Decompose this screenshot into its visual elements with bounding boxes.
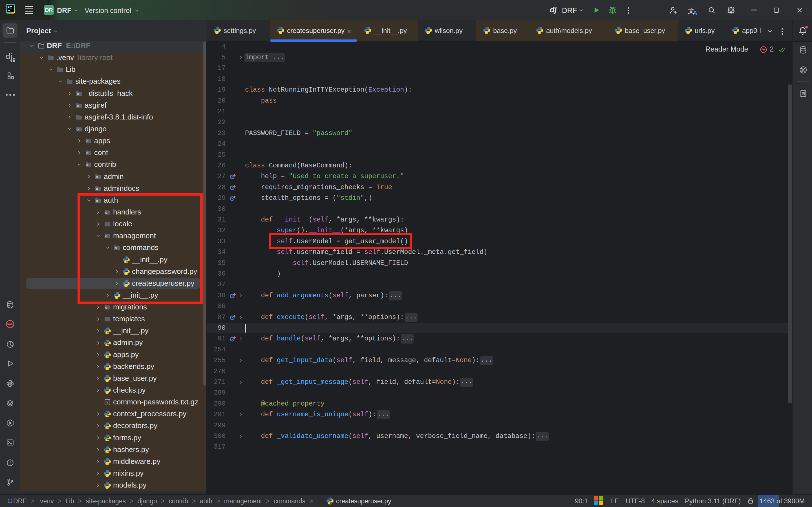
svg-text:A: A xyxy=(803,93,804,95)
